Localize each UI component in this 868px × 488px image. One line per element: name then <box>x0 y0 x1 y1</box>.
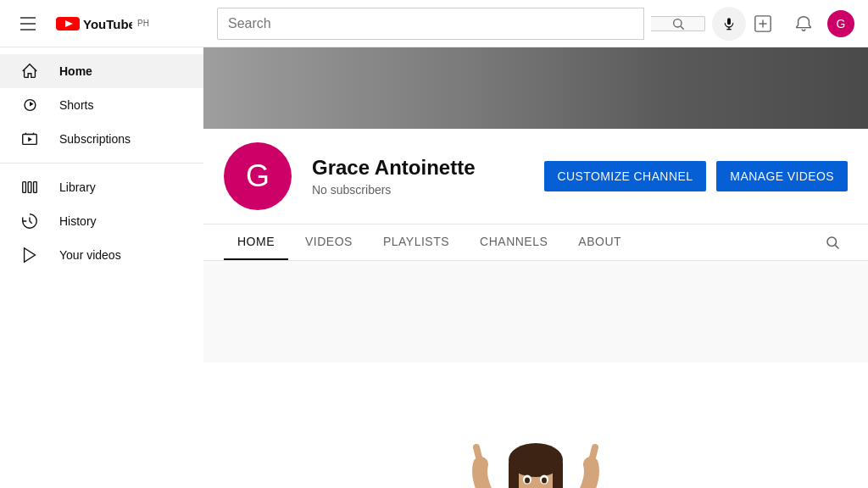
country-badge: PH <box>137 19 149 28</box>
svg-text:YouTube: YouTube <box>83 17 132 31</box>
sidebar: Home Shorts Subscriptions <box>0 47 203 488</box>
tab-playlists[interactable]: PLAYLISTS <box>370 225 463 260</box>
library-icon <box>20 178 39 197</box>
sidebar-shorts-label: Shorts <box>59 98 93 112</box>
svg-point-18 <box>827 237 837 247</box>
header: YouTube PH <box>0 0 868 47</box>
tab-about[interactable]: ABOUT <box>565 225 635 260</box>
channel-meta: Grace Antoinette No subscribers <box>312 156 544 197</box>
sidebar-home-label: Home <box>59 64 92 78</box>
svg-line-19 <box>835 245 838 248</box>
home-icon <box>20 62 39 80</box>
your-videos-icon <box>20 246 39 264</box>
svg-rect-5 <box>727 18 731 25</box>
svg-marker-17 <box>25 248 36 263</box>
header-right: G <box>746 7 854 41</box>
shorts-icon <box>20 96 39 114</box>
tab-search-icon[interactable] <box>817 227 848 258</box>
channel-content-area <box>203 261 868 363</box>
svg-rect-25 <box>509 458 519 488</box>
svg-rect-16 <box>34 182 37 193</box>
svg-rect-15 <box>28 182 31 193</box>
sidebar-subscriptions-label: Subscriptions <box>59 132 131 146</box>
mic-button[interactable] <box>712 7 746 41</box>
svg-point-30 <box>542 478 547 484</box>
main-content: G Grace Antoinette No subscribers CUSTOM… <box>203 47 868 488</box>
channel-avatar: G <box>224 142 292 210</box>
svg-point-29 <box>525 478 530 484</box>
header-center <box>217 7 746 41</box>
user-avatar-button[interactable]: G <box>827 10 854 37</box>
svg-line-32 <box>476 447 481 464</box>
create-button[interactable] <box>746 7 780 41</box>
customize-channel-button[interactable]: CUSTOMIZE CHANNEL <box>544 161 707 191</box>
channel-subscribers: No subscribers <box>312 183 544 197</box>
notifications-button[interactable] <box>787 7 821 41</box>
svg-rect-14 <box>23 182 26 193</box>
person-illustration <box>409 380 663 488</box>
search-input[interactable] <box>218 8 643 39</box>
sidebar-item-subscriptions[interactable]: Subscriptions <box>0 122 203 156</box>
search-button[interactable] <box>651 16 705 31</box>
tab-home[interactable]: HOME <box>224 225 288 260</box>
sidebar-item-history[interactable]: History <box>0 204 203 238</box>
youtube-logo[interactable]: YouTube PH <box>56 15 149 32</box>
sidebar-item-home[interactable]: Home <box>0 54 203 88</box>
menu-button[interactable] <box>14 10 42 37</box>
sidebar-item-shorts[interactable]: Shorts <box>0 88 203 122</box>
sidebar-history-label: History <box>59 214 97 228</box>
sidebar-item-your-videos[interactable]: Your videos <box>0 238 203 272</box>
svg-rect-26 <box>553 458 563 488</box>
sidebar-library-label: Library <box>59 180 96 194</box>
header-left: YouTube PH <box>14 10 217 37</box>
channel-name: Grace Antoinette <box>312 156 544 180</box>
channel-info-section: G Grace Antoinette No subscribers CUSTOM… <box>203 129 868 225</box>
sidebar-item-library[interactable]: Library <box>0 170 203 204</box>
sidebar-your-videos-label: Your videos <box>59 248 121 262</box>
channel-tabs: HOME VIDEOS PLAYLISTS CHANNELS ABOUT <box>203 225 868 261</box>
channel-actions: CUSTOMIZE CHANNEL MANAGE VIDEOS <box>544 161 848 191</box>
tab-videos[interactable]: VIDEOS <box>292 225 366 260</box>
sidebar-divider <box>0 163 203 164</box>
svg-line-33 <box>591 447 595 464</box>
tab-channels[interactable]: CHANNELS <box>466 225 561 260</box>
history-icon <box>20 212 39 230</box>
svg-point-3 <box>673 19 681 26</box>
subscriptions-icon <box>20 130 39 148</box>
svg-line-4 <box>681 26 684 30</box>
person-area <box>203 363 868 488</box>
channel-banner <box>203 47 868 129</box>
search-bar <box>217 8 644 40</box>
manage-videos-button[interactable]: MANAGE VIDEOS <box>716 161 848 191</box>
